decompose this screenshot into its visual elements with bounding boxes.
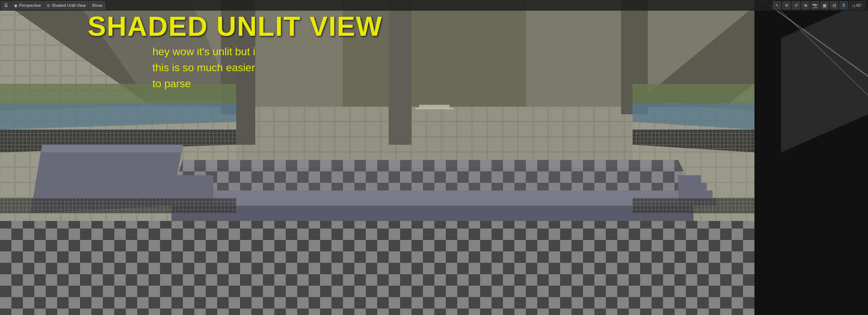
svg-marker-57 xyxy=(0,198,236,213)
camera-button[interactable]: 📷 xyxy=(811,1,819,10)
angle-value: 45° xyxy=(856,3,862,8)
subtitle-line2: this is so much easier xyxy=(152,60,255,76)
title-text: SHADED UNLIT VIEW xyxy=(88,11,383,42)
toolbar: ☰ ◉ Perspective ⊞ Shaded Unlit View Show… xyxy=(0,0,868,11)
show-button[interactable]: Show xyxy=(89,1,105,10)
layer-count-button[interactable]: 8 xyxy=(839,1,848,10)
shading-label: Shaded Unlit View xyxy=(51,3,86,8)
menu-button[interactable]: ☰ xyxy=(2,1,11,10)
svg-marker-41 xyxy=(171,206,693,221)
transform-button[interactable]: ✛ xyxy=(782,1,791,10)
overlay-subtitle: hey wow it's unlit but i this is so much… xyxy=(152,44,255,92)
layer-count: 8 xyxy=(842,3,845,8)
scene-canvas xyxy=(0,0,868,315)
overlay-title: SHADED UNLIT VIEW xyxy=(88,11,383,42)
subtitle-line3: to parse xyxy=(152,76,255,92)
shading-icon: ⊞ xyxy=(47,3,50,8)
svg-marker-49 xyxy=(678,175,701,183)
svg-marker-42 xyxy=(171,160,693,190)
subtitle-line1: hey wow it's unlit but i xyxy=(152,44,255,60)
viewport: ☰ ◉ Perspective ⊞ Shaded Unlit View Show… xyxy=(0,0,868,315)
svg-marker-37 xyxy=(0,221,868,315)
perspective-button[interactable]: ◉ Perspective xyxy=(11,1,43,10)
perspective-label: Perspective xyxy=(19,3,41,8)
svg-rect-53 xyxy=(419,105,450,108)
svg-marker-44 xyxy=(42,145,183,152)
perspective-icon: ◉ xyxy=(14,3,18,8)
angle-display[interactable]: ◁ 45° xyxy=(849,1,865,10)
svg-marker-58 xyxy=(633,198,754,213)
shading-button[interactable]: ⊞ Shaded Unlit View xyxy=(44,1,88,10)
menu-icon: ☰ xyxy=(4,3,8,8)
rotate-button[interactable]: ↺ xyxy=(792,1,800,10)
svg-rect-54 xyxy=(415,108,453,109)
grid-button[interactable]: ▦ xyxy=(820,1,829,10)
svg-marker-46 xyxy=(168,183,213,190)
wireframe-button[interactable]: ⊟ xyxy=(830,1,838,10)
svg-marker-45 xyxy=(171,175,213,183)
select-tool-button[interactable]: ↖ xyxy=(773,1,781,10)
show-label: Show xyxy=(92,3,102,8)
angle-icon: ◁ xyxy=(852,3,855,8)
snap-button[interactable]: ⊕ xyxy=(801,1,810,10)
svg-marker-51 xyxy=(678,190,713,198)
svg-rect-28 xyxy=(389,0,412,145)
svg-marker-47 xyxy=(164,190,213,198)
svg-marker-50 xyxy=(678,183,707,190)
toolbar-right: ↖ ✛ ↺ ⊕ 📷 ▦ ⊟ 8 ◁ 45° xyxy=(773,1,865,10)
